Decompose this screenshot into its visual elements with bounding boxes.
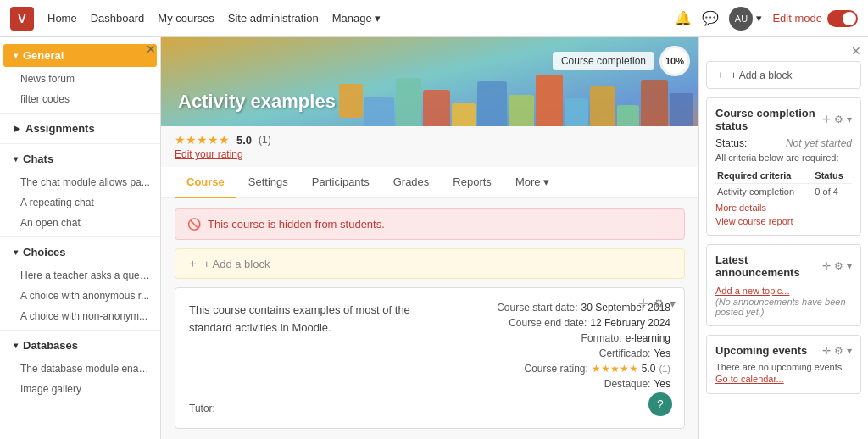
help-button[interactable]: ? [648,392,672,416]
sidebar-databases-header[interactable]: ▾ Databases [3,334,157,357]
course-tabs: Course Settings Participants Grades Repo… [161,167,698,198]
sidebar-choices-header[interactable]: ▾ Choices [3,241,157,264]
nav-site-admin[interactable]: Site administration [228,12,319,25]
add-block-inline[interactable]: ＋ + Add a block [175,248,685,279]
course-completion-button[interactable]: Course completion [553,52,654,70]
sidebar-general-label: General [23,49,64,62]
warning-icon: 🚫 [187,218,201,231]
completion-badge: Course completion 10% [553,46,690,76]
chevron-down-icon-db: ▾ [14,341,18,350]
announcements-actions: ✛ ⚙ ▾ [822,260,852,272]
sidebar-item-open-chat[interactable]: An open chat [0,213,160,233]
announcements-move-btn[interactable]: ✛ [822,260,831,272]
sidebar-section-assignments: ▶ Assignments [0,117,160,140]
completion-collapse-btn[interactable]: ▾ [847,114,852,125]
criteria-row-value: 0 of 4 [813,184,852,200]
sidebar-left: ✕ ▾ General News forum filter codes ▶ As… [0,37,161,439]
table-row: Activity completion 0 of 4 [715,184,852,200]
course-description: This course contains examples of most of… [189,302,450,393]
sidebar-right-close[interactable]: ✕ [706,44,861,58]
formato-row: Formato: e-learning [467,332,670,344]
svg-rect-1 [339,84,363,118]
tab-course[interactable]: Course [175,167,236,198]
criteria-col-header: Required criteria [715,168,813,184]
go-calendar-link[interactable]: Go to calendar... [715,374,784,384]
user-menu[interactable]: AU ▾ [729,7,762,31]
announcements-collapse-btn[interactable]: ▾ [847,260,852,272]
sidebar-item-image-gallery[interactable]: Image gallery [0,379,160,399]
add-topic-link[interactable]: Add a new topic... [715,286,789,296]
sidebar-assignments-label: Assignments [25,122,95,135]
criteria-row-name: Activity completion [715,184,813,200]
view-course-report-link[interactable]: View course report [715,216,852,226]
sidebar-general-header[interactable]: ▾ General [3,44,157,67]
destaque-value: Yes [654,378,670,390]
announcements-block: Latest announcements ✛ ⚙ ▾ Add a new top… [706,244,861,326]
hidden-warning: 🚫 This course is hidden from students. [175,208,685,240]
add-block-inline-label: + Add a block [203,258,270,270]
nav-right: 🔔 💬 AU ▾ Edit mode [675,7,858,31]
plus-icon: ＋ [715,68,726,82]
formato-value: e-learning [626,332,670,344]
tab-participants[interactable]: Participants [300,167,381,198]
nav-my-courses[interactable]: My courses [158,12,214,25]
more-details-link[interactable]: More details [715,203,852,213]
chevron-down-icon-chats: ▾ [14,154,18,164]
announcements-settings-btn[interactable]: ⚙ [834,260,843,272]
sidebar-assignments-header[interactable]: ▶ Assignments [3,117,157,140]
sidebar-item-choice-1[interactable]: Here a teacher asks a quest... [0,265,160,286]
sidebar-item-choice-2[interactable]: A choice with anonymous r... [0,286,160,306]
tab-settings[interactable]: Settings [236,167,300,198]
sidebar-chats-header[interactable]: ▾ Chats [3,147,157,170]
chat-icon[interactable]: 💬 [702,10,719,26]
tab-grades[interactable]: Grades [381,167,442,198]
sidebar-item-database-module[interactable]: The database module enab... [0,358,160,379]
edit-rating-link[interactable]: Edit your rating [161,148,698,167]
sidebar-item-choice-3[interactable]: A choice with non-anonym... [0,306,160,326]
nav-home[interactable]: Home [47,12,77,25]
upcoming-title: Upcoming events [715,344,807,357]
nav-dashboard[interactable]: Dashboard [91,12,145,25]
sidebar-left-close[interactable]: ✕ [146,42,156,56]
svg-rect-6 [477,81,507,126]
card-collapse-button[interactable]: ▾ [670,297,676,310]
notification-icon[interactable]: 🔔 [675,10,692,26]
edit-mode-toggle[interactable]: Edit mode [772,10,858,27]
sidebar-item-filter-codes[interactable]: filter codes [0,89,160,109]
card-settings-button[interactable]: ⚙ [654,297,665,310]
upcoming-move-btn[interactable]: ✛ [822,345,831,357]
sidebar-item-chat-module[interactable]: The chat module allows pa... [0,172,160,192]
upcoming-block-header: Upcoming events ✛ ⚙ ▾ [715,344,852,357]
certificado-label: Certificado: [599,347,651,359]
status-col-header: Status [813,168,852,184]
upcoming-settings-btn[interactable]: ⚙ [834,345,843,357]
completion-settings-btn[interactable]: ⚙ [834,114,843,125]
criteria-note: All criteria below are required: [715,153,852,163]
criteria-table: Required criteria Status Activity comple… [715,168,852,199]
destaque-label: Destaque: [604,378,651,390]
sidebar-item-news-forum[interactable]: News forum [0,69,160,89]
svg-rect-12 [641,80,668,126]
svg-rect-13 [670,93,693,126]
certificado-row: Certificado: Yes [467,347,670,359]
sidebar-databases-label: Databases [23,339,78,352]
upcoming-collapse-btn[interactable]: ▾ [847,345,852,357]
site-logo[interactable]: V [10,7,34,31]
add-block-label: + Add a block [731,69,792,81]
status-label: Status: [715,137,747,149]
course-rating-stars: ★★★★★ [592,363,638,375]
tab-reports[interactable]: Reports [441,167,504,198]
card-move-button[interactable]: ✛ [638,297,648,310]
nav-manage[interactable]: Manage ▾ [332,12,381,25]
sidebar-item-repeating-chat[interactable]: A repeating chat [0,192,160,213]
add-block-button[interactable]: ＋ + Add a block [706,61,861,89]
completion-block-header: Course completion status ✛ ⚙ ▾ [715,107,852,132]
sidebar-choices-label: Choices [23,246,66,258]
edit-mode-switch[interactable] [827,10,858,27]
chevron-down-icon-choices: ▾ [14,247,18,257]
course-rating-row: Course rating: ★★★★★ 5.0 (1) [467,363,670,375]
svg-rect-3 [396,78,421,126]
rating-stars[interactable]: ★★★★★ [175,133,230,147]
completion-move-btn[interactable]: ✛ [822,114,831,125]
tab-more[interactable]: More ▾ [504,167,561,198]
